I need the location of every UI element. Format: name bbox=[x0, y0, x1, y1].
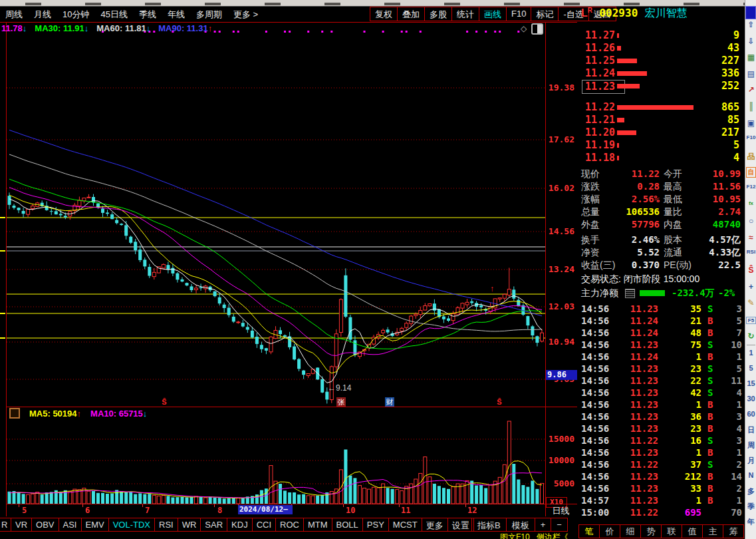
scroll-up-icon[interactable]: ⇧ bbox=[745, 20, 756, 29]
indicator-button-RSI[interactable]: RSI bbox=[154, 518, 178, 532]
split-pane-icon[interactable] bbox=[531, 23, 543, 35]
action-button-叠加[interactable]: 叠加 bbox=[397, 7, 425, 21]
indicator-button-设置[interactable]: 设置 bbox=[447, 518, 474, 532]
action-button-复权[interactable]: 复权 bbox=[370, 7, 398, 21]
order-book-row[interactable]: 11.23252 bbox=[577, 80, 745, 92]
zixuan-icon[interactable]: 自 bbox=[746, 167, 756, 178]
strip-period-30[interactable]: 30 bbox=[745, 395, 756, 403]
signal-icon[interactable]: Ŝ bbox=[745, 266, 756, 275]
indicator-button-MCST[interactable]: MCST bbox=[388, 518, 422, 532]
volume-pane-icon[interactable] bbox=[9, 408, 20, 419]
tick-tab-联[interactable]: 联 bbox=[661, 524, 682, 538]
indicator-button-KDJ[interactable]: KDJ bbox=[227, 518, 253, 532]
strip-period-日[interactable]: 日 bbox=[745, 425, 756, 435]
draw-icon[interactable]: ✎ bbox=[745, 298, 756, 307]
panel-button-−[interactable]: − bbox=[551, 518, 568, 532]
trend-line-icon[interactable]: ↗ bbox=[745, 85, 756, 94]
strip-period-季[interactable]: 季 bbox=[745, 502, 756, 512]
strip-period-多[interactable]: 多 bbox=[745, 486, 756, 496]
indicator-button-VOL-TDX[interactable]: VOL-TDX bbox=[108, 518, 155, 532]
kline-icon[interactable]: ║ bbox=[745, 102, 756, 111]
indicator-button-ROC[interactable]: ROC bbox=[275, 518, 304, 532]
strip-period-15[interactable]: 15 bbox=[745, 379, 756, 387]
f10-icon[interactable]: F10 bbox=[745, 134, 756, 140]
indicator-button-OBV[interactable]: OBV bbox=[31, 518, 59, 532]
indicator-button-PSY[interactable]: PSY bbox=[362, 518, 389, 532]
period-item[interactable]: 季线 bbox=[139, 9, 156, 21]
move-icon[interactable]: + bbox=[745, 282, 756, 291]
panel-button-模板[interactable]: 模板 bbox=[506, 518, 535, 532]
period-item[interactable]: 多周期 bbox=[196, 9, 222, 21]
order-book-row[interactable]: 11.22865 bbox=[577, 101, 745, 114]
tick-tab-筹[interactable]: 筹 bbox=[723, 524, 744, 538]
period-item[interactable]: 更多 > bbox=[233, 9, 258, 21]
footer-link[interactable]: 图文F10 bbox=[500, 532, 530, 539]
rsi-icon[interactable]: RSI bbox=[745, 249, 756, 255]
tick-tab-值[interactable]: 值 bbox=[682, 524, 703, 538]
indicator-button-ASI[interactable]: ASI bbox=[59, 518, 82, 532]
order-book-row[interactable]: 11.24336 bbox=[577, 67, 745, 80]
strip-period-N[interactable]: N bbox=[745, 471, 756, 479]
order-book-row[interactable]: 11.2185 bbox=[577, 114, 745, 126]
footer-link[interactable]: 侧边栏《 bbox=[537, 532, 568, 539]
panel-button-+[interactable]: + bbox=[535, 518, 552, 532]
circle-icon[interactable]: ○ bbox=[745, 216, 756, 226]
price-axis-label: 16.02 bbox=[547, 183, 574, 193]
tick-tab-势[interactable]: 势 bbox=[640, 524, 662, 538]
tick-tab-细[interactable]: 细 bbox=[620, 524, 641, 538]
quote-board-icon[interactable]: ▦ bbox=[745, 53, 756, 62]
strip-period-月[interactable]: 月 bbox=[745, 456, 756, 466]
f12-icon[interactable]: F12 bbox=[745, 184, 756, 190]
indicator-button-VR[interactable]: VR bbox=[11, 518, 32, 532]
order-book-row[interactable]: 11.2643 bbox=[577, 42, 745, 55]
period-label[interactable]: 日线 bbox=[547, 505, 575, 516]
formula-icon[interactable]: fx bbox=[745, 200, 756, 206]
list-icon[interactable] bbox=[625, 289, 635, 298]
strip-period-1[interactable]: 1 bbox=[745, 349, 756, 357]
scroll-down-icon[interactable]: ⇩ bbox=[745, 37, 756, 46]
wave-icon[interactable]: ≈ bbox=[745, 233, 756, 242]
order-book-row[interactable]: 11.20217 bbox=[577, 126, 745, 139]
kline-chart-area[interactable]: ↑ bbox=[0, 22, 577, 516]
period-item[interactable]: 周线 bbox=[5, 9, 23, 21]
tick-time: 14:56 bbox=[581, 327, 609, 338]
indicator-button-更多[interactable]: 更多 bbox=[422, 518, 448, 532]
action-button-多股[interactable]: 多股 bbox=[424, 7, 452, 21]
period-item[interactable]: 45日线 bbox=[100, 9, 127, 21]
indicator-button-CCI[interactable]: CCI bbox=[252, 518, 276, 532]
action-button-F10[interactable]: F10 bbox=[506, 7, 531, 21]
strip-period-60[interactable]: 60 bbox=[745, 410, 756, 418]
indicator-button-SAR[interactable]: SAR bbox=[200, 518, 227, 532]
indicator-button-MTM[interactable]: MTM bbox=[303, 518, 332, 532]
quote-value: 2.56% bbox=[617, 194, 660, 204]
strip-period-5[interactable]: 5 bbox=[745, 364, 756, 372]
info-pages-icon[interactable]: ▣ bbox=[745, 118, 756, 128]
action-button-统计[interactable]: 统计 bbox=[451, 7, 479, 21]
diamond-icon[interactable]: ◇ bbox=[521, 24, 527, 33]
period-item[interactable]: 年线 bbox=[168, 9, 185, 21]
indicator-button-WR[interactable]: WR bbox=[178, 518, 201, 532]
action-button-标记[interactable]: 标记 bbox=[531, 7, 559, 21]
order-book-row[interactable]: 11.25227 bbox=[577, 55, 745, 67]
tick-tab-价[interactable]: 价 bbox=[599, 524, 620, 538]
f5-icon[interactable]: F5 bbox=[746, 317, 756, 324]
structure-icon[interactable]: 品 bbox=[745, 151, 756, 162]
action-button-画线[interactable]: 画线 bbox=[479, 7, 507, 21]
period-item[interactable]: 10分钟 bbox=[63, 9, 89, 21]
order-book-row[interactable]: 11.279 bbox=[577, 29, 745, 42]
indicator-button-EMV[interactable]: EMV bbox=[81, 518, 109, 532]
refresh-icon[interactable]: ↻ bbox=[745, 331, 756, 341]
indicator-button-R[interactable]: R bbox=[0, 518, 11, 532]
strip-period-年[interactable]: 年 bbox=[745, 517, 756, 527]
tick-tab-笔[interactable]: 笔 bbox=[578, 524, 600, 538]
indicator-button-BOLL[interactable]: BOLL bbox=[332, 518, 363, 532]
order-book-row[interactable]: 11.195 bbox=[577, 139, 745, 152]
panel-button-指标B[interactable]: 指标B bbox=[471, 518, 507, 532]
selected-date-box: 2024/08/12— bbox=[238, 505, 293, 514]
period-item[interactable]: 月线 bbox=[34, 9, 51, 21]
help-box[interactable] bbox=[745, 6, 756, 19]
tick-tab-主[interactable]: 主 bbox=[702, 524, 723, 538]
grid-icon[interactable]: ▤ bbox=[745, 69, 756, 79]
strip-period-周[interactable]: 周 bbox=[745, 441, 756, 450]
order-book-row[interactable]: 11.184 bbox=[577, 152, 745, 164]
